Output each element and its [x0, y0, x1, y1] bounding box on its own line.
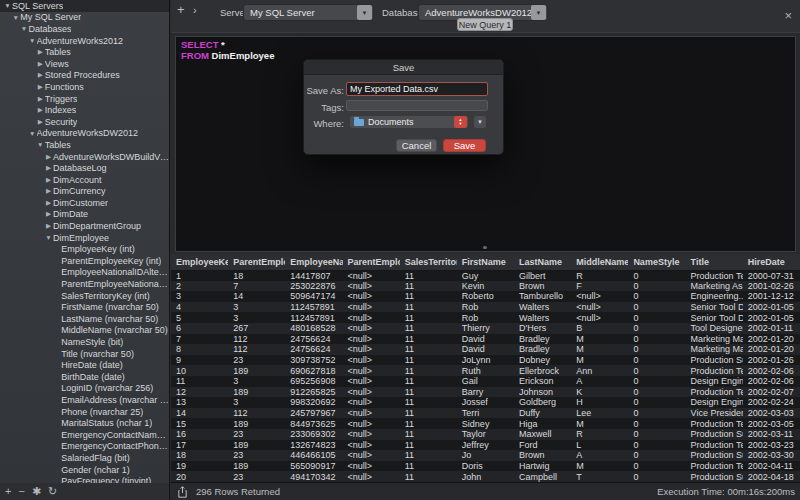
save-button[interactable]: Save	[443, 139, 486, 152]
close-icon[interactable]: ×	[784, 9, 792, 22]
table-row[interactable]: 27253022876<null>11KevinBrownF0Marketing…	[171, 281, 800, 292]
disclosure-collapsed-icon[interactable]: ▶	[36, 48, 45, 56]
splitter-handle[interactable]	[483, 246, 487, 249]
table-row[interactable]: 15189844973625<null>11SidneyHigaM0Produc…	[171, 418, 800, 429]
tree-item-dimdate[interactable]: ▶DimDate	[0, 209, 169, 221]
disclosure-collapsed-icon[interactable]: ▶	[44, 187, 53, 195]
tags-input[interactable]	[346, 100, 488, 111]
tree-item-emailaddress-nvarchar-50[interactable]: EmailAddress (nvarchar 50)	[0, 394, 169, 406]
disclosure-expanded-icon[interactable]: ▼	[3, 2, 12, 9]
tree-item-employeekey-int[interactable]: EmployeeKey (int)	[0, 243, 169, 255]
disclosure-expanded-icon[interactable]: ▼	[11, 14, 20, 21]
table-row[interactable]: 811224756624<null>11DavidBradleyM0Market…	[171, 344, 800, 355]
table-row[interactable]: 17189132674823<null>11JeffreyFordL0Produ…	[171, 440, 800, 451]
tree-item-firstname-nvarchar-50[interactable]: FirstName (nvarchar 50)	[0, 301, 169, 313]
tree-item-hiredate-date[interactable]: HireDate (date)	[0, 359, 169, 371]
table-row[interactable]: 113695256908<null>11GailEricksonA0Design…	[171, 376, 800, 387]
tree-item-databaselog[interactable]: ▶DatabaseLog	[0, 162, 169, 174]
column-header-employeenation[interactable]: EmployeeNation...	[285, 254, 342, 270]
tree-item-salesterritorykey-int[interactable]: SalesTerritoryKey (int)	[0, 290, 169, 302]
tree-item-emergencycontactname-nvarcha[interactable]: EmergencyContactName (nvarcha...	[0, 429, 169, 441]
tree-item-payfrequency-tinyint[interactable]: PayFrequency (tinyint)	[0, 475, 169, 483]
disclosure-collapsed-icon[interactable]: ▶	[36, 118, 45, 126]
remove-icon[interactable]: −	[18, 486, 24, 497]
disclosure-collapsed-icon[interactable]: ▶	[44, 176, 53, 184]
expand-dialog-chevron-icon[interactable]: ▼	[473, 115, 487, 129]
tree-item-maritalstatus-nchar-1[interactable]: MaritalStatus (nchar 1)	[0, 417, 169, 429]
table-row[interactable]: 133998320692<null>11JossefGoldbergH0Desi…	[171, 397, 800, 408]
tree-item-parentemployeenationalidalternat[interactable]: ParentEmployeeNationalIDAlternat...	[0, 278, 169, 290]
tree-item-adventureworks2012[interactable]: ▼AdventureWorks2012	[0, 35, 169, 47]
disclosure-expanded-icon[interactable]: ▼	[44, 234, 53, 241]
disclosure-collapsed-icon[interactable]: ▶	[44, 164, 53, 172]
tree-item-tables[interactable]: ▶Tables	[0, 46, 169, 58]
where-select[interactable]: Documents ▴▾	[349, 115, 469, 129]
tree-item-lastname-nvarchar-50[interactable]: LastName (nvarchar 50)	[0, 313, 169, 325]
export-share-icon[interactable]	[178, 486, 187, 498]
table-row[interactable]: 11814417807<null>11GuyGilbertR0Productio…	[171, 270, 800, 281]
tree-item-birthdate-date[interactable]: BirthDate (date)	[0, 371, 169, 383]
column-header-middlename[interactable]: MiddleName	[571, 254, 628, 270]
table-row[interactable]: 314509647174<null>11RobertoTamburello<nu…	[171, 291, 800, 302]
tree-item-dimemployee[interactable]: ▼DimEmployee	[0, 232, 169, 244]
table-row[interactable]: 53112457891<null>11RobWalters<null>0Seni…	[171, 312, 800, 323]
run-query-icon[interactable]: ›	[193, 4, 197, 16]
table-row[interactable]: 923309738752<null>11JoLynnDobneyM0Produc…	[171, 355, 800, 366]
column-header-namestyle[interactable]: NameStyle	[628, 254, 685, 270]
table-row[interactable]: 711224756624<null>11DavidBradleyM0Market…	[171, 334, 800, 345]
new-query-icon[interactable]: +	[177, 2, 185, 17]
table-row[interactable]: 14112245797967<null>11TerriDuffyLee0Vice…	[171, 408, 800, 419]
table-row[interactable]: 10189690627818<null>11RuthEllerbrockAnn0…	[171, 365, 800, 376]
disclosure-collapsed-icon[interactable]: ▶	[44, 153, 53, 161]
column-header-parentemployee[interactable]: ParentEmployee...	[228, 254, 285, 270]
tree-item-my-sql-server[interactable]: ▼My SQL Server	[0, 12, 169, 24]
disclosure-collapsed-icon[interactable]: ▶	[36, 60, 45, 68]
disclosure-collapsed-icon[interactable]: ▶	[44, 222, 53, 230]
tree-item-triggers[interactable]: ▶Triggers	[0, 93, 169, 105]
column-header-lastname[interactable]: LastName	[514, 254, 571, 270]
disclosure-collapsed-icon[interactable]: ▶	[36, 71, 45, 79]
disclosure-collapsed-icon[interactable]: ▶	[36, 106, 45, 114]
disclosure-expanded-icon[interactable]: ▼	[28, 130, 37, 137]
column-header-hiredate[interactable]: HireDate	[743, 254, 800, 270]
server-select[interactable]: My SQL Server ▼	[243, 4, 374, 21]
tree-item-emergencycontactphone-nvarcha[interactable]: EmergencyContactPhone (nvarcha...	[0, 441, 169, 453]
add-icon[interactable]: +	[5, 486, 11, 497]
table-row[interactable]: 2023494170342<null>11JohnCampbellT0Produ…	[171, 471, 800, 482]
tree-item-parentemployeekey-int[interactable]: ParentEmployeeKey (int)	[0, 255, 169, 267]
tree-item-indexes[interactable]: ▶Indexes	[0, 104, 169, 116]
tree-item-tables[interactable]: ▼Tables	[0, 139, 169, 151]
tree-item-employeenationalidalternatekey[interactable]: EmployeeNationalIDAlternateKey (...	[0, 267, 169, 279]
disclosure-collapsed-icon[interactable]: ▶	[44, 199, 53, 207]
tree-item-adventureworksdwbuildversion[interactable]: ▶AdventureWorksDWBuildVersion	[0, 151, 169, 163]
tree-item-namestyle-bit[interactable]: NameStyle (bit)	[0, 336, 169, 348]
tree-item-dimaccount[interactable]: ▶DimAccount	[0, 174, 169, 186]
column-header-parentemployee[interactable]: ParentEmployee...	[343, 254, 400, 270]
tree-item-middlename-nvarchar-50[interactable]: MiddleName (nvarchar 50)	[0, 325, 169, 337]
refresh-icon[interactable]: ↻	[48, 486, 57, 497]
tree-item-title-nvarchar-50[interactable]: Title (nvarchar 50)	[0, 348, 169, 360]
disclosure-expanded-icon[interactable]: ▼	[36, 141, 45, 148]
tree-item-dimcustomer[interactable]: ▶DimCustomer	[0, 197, 169, 209]
tree-item-adventureworksdw2012[interactable]: ▼AdventureWorksDW2012	[0, 128, 169, 140]
tab-new-query-1[interactable]: New Query 1	[457, 18, 513, 31]
disclosure-expanded-icon[interactable]: ▼	[28, 37, 37, 44]
column-header-salesterritorykey[interactable]: SalesTerritoryKey	[400, 254, 457, 270]
save-as-input[interactable]	[346, 82, 488, 96]
tree-item-security[interactable]: ▶Security	[0, 116, 169, 128]
table-row[interactable]: 1623233069302<null>11TaylorMaxwellR0Prod…	[171, 429, 800, 440]
tree-item-views[interactable]: ▶Views	[0, 58, 169, 70]
tree-item-dimcurrency[interactable]: ▶DimCurrency	[0, 186, 169, 198]
tree-item-stored-procedures[interactable]: ▶Stored Procedures	[0, 70, 169, 82]
column-header-employeekey[interactable]: EmployeeKey	[171, 254, 228, 270]
disclosure-collapsed-icon[interactable]: ▶	[36, 95, 45, 103]
table-row[interactable]: 43112457891<null>11RobWalters<null>0Seni…	[171, 302, 800, 313]
disclosure-expanded-icon[interactable]: ▼	[19, 25, 28, 32]
table-row[interactable]: 12189912265825<null>11BarryJohnsonK0Prod…	[171, 387, 800, 398]
tree-item-phone-nvarchar-25[interactable]: Phone (nvarchar 25)	[0, 406, 169, 418]
tree-item-functions[interactable]: ▶Functions	[0, 81, 169, 93]
table-row[interactable]: 19189565090917<null>11DorisHartwigM0Prod…	[171, 461, 800, 472]
tree-item-salariedflag-bit[interactable]: SalariedFlag (bit)	[0, 452, 169, 464]
table-row[interactable]: 1823446466105<null>11JoBrownA0Production…	[171, 450, 800, 461]
column-header-firstname[interactable]: FirstName	[457, 254, 514, 270]
